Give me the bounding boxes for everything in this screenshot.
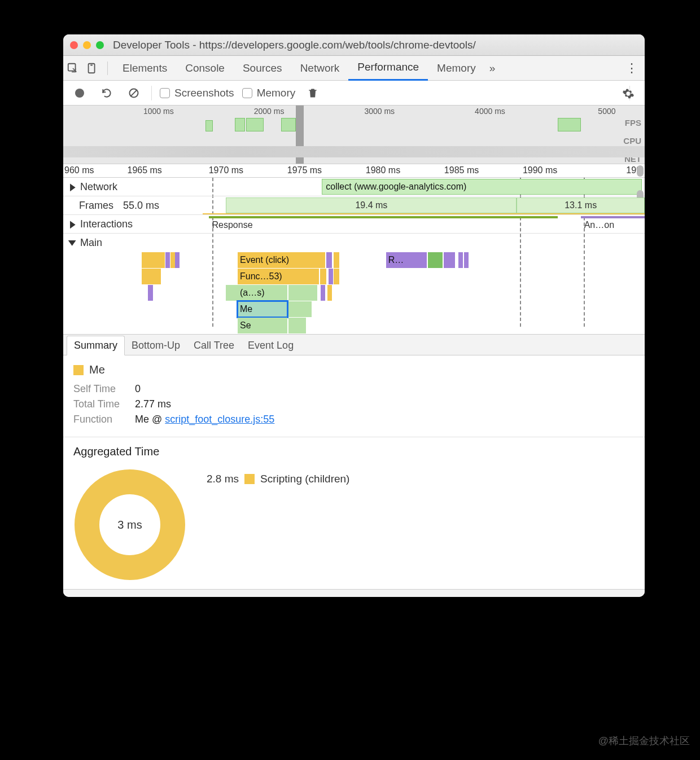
reload-icon[interactable] [97, 84, 116, 103]
summary-function: Me @ script_foot_closure.js:55 [135, 414, 274, 425]
minimize-icon[interactable] [83, 41, 91, 49]
svg-point-3 [75, 89, 84, 98]
flame-bar[interactable] [444, 252, 456, 268]
performance-toolbar: Screenshots Memory [63, 81, 645, 106]
aggregated-time-panel: Aggregated Time 3 ms 2.8 ms Scripting (c… [63, 437, 645, 589]
flame-bar[interactable] [334, 252, 339, 268]
flame-bar[interactable]: Se [238, 318, 287, 333]
donut-chart: 3 ms [73, 468, 186, 581]
scrollbar-thumb[interactable] [637, 165, 644, 177]
tab-memory[interactable]: Memory [428, 56, 485, 81]
flame-bar[interactable]: (a…s) [238, 285, 287, 301]
flame-bar[interactable]: Event (click) [238, 252, 325, 268]
overview-lane-fps: FPS [625, 118, 641, 128]
flame-bar[interactable] [327, 285, 332, 301]
disclosure-down-icon[interactable]: ▶ [67, 240, 79, 246]
ruler-tick: 1970 ms [209, 165, 243, 175]
kebab-menu-icon[interactable]: ⋮ [623, 56, 640, 81]
overview-tick: 5000 [598, 107, 615, 116]
flame-bar[interactable] [288, 301, 312, 317]
flame-bar[interactable] [175, 252, 180, 268]
flame-bar[interactable] [428, 252, 443, 268]
track-main[interactable]: ▶Main [63, 234, 645, 252]
flame-bar[interactable]: R… [386, 252, 427, 268]
memory-checkbox[interactable]: Memory [242, 87, 296, 99]
tab-call-tree[interactable]: Call Tree [187, 336, 241, 355]
flame-chart[interactable]: Event (click)R…Func…53)(a…s)MeSe [63, 252, 645, 334]
fps-bar [558, 118, 581, 131]
screenshots-checkbox[interactable]: Screenshots [160, 87, 234, 99]
device-toggle-icon[interactable] [82, 59, 102, 78]
flame-bar[interactable] [320, 269, 326, 284]
tabs-overflow[interactable]: » [485, 56, 500, 81]
flame-bar[interactable] [334, 269, 339, 284]
fps-bar [235, 118, 246, 131]
clear-icon[interactable] [124, 84, 143, 103]
tab-event-log[interactable]: Event Log [241, 336, 300, 355]
overview-tick: 2000 ms [254, 107, 285, 116]
legend-swatch-icon [244, 474, 255, 484]
watermark: @稀土掘金技术社区 [598, 734, 690, 748]
flame-bar[interactable] [329, 269, 333, 284]
fps-bar [246, 118, 264, 131]
window-title: Developer Tools - https://developers.goo… [113, 39, 476, 51]
tab-performance[interactable]: Performance [348, 56, 428, 81]
time-ruler[interactable]: 960 ms 1965 ms 1970 ms 1975 ms 1980 ms 1… [63, 164, 645, 178]
ruler-tick: 960 ms [64, 165, 94, 175]
tab-elements[interactable]: Elements [113, 56, 176, 81]
inspect-icon[interactable] [63, 59, 82, 78]
panel-tabs: Elements Console Sources Network Perform… [63, 56, 645, 81]
track-interactions[interactable]: ▶Interactions Response An…on [63, 215, 645, 234]
devtools-window: Developer Tools - https://developers.goo… [63, 34, 645, 597]
tab-console[interactable]: Console [176, 56, 234, 81]
tab-sources[interactable]: Sources [234, 56, 291, 81]
flame-row: Me [63, 301, 645, 318]
zoom-icon[interactable] [96, 41, 104, 49]
flame-bar[interactable] [288, 318, 306, 333]
summary-key: Total Time [73, 398, 127, 410]
tab-summary[interactable]: Summary [67, 336, 125, 355]
trash-icon[interactable] [303, 84, 322, 103]
network-bar[interactable]: collect (www.google-analytics.com) [322, 179, 642, 195]
frame-bar[interactable]: 13.1 ms [517, 197, 645, 213]
flame-bar[interactable] [142, 269, 161, 284]
ruler-tick: 1990 ms [523, 165, 557, 175]
overview-lane-cpu: CPU [623, 136, 641, 146]
interaction-bar[interactable]: Response [209, 216, 558, 232]
gear-icon[interactable] [619, 84, 638, 103]
donut-center-label: 3 ms [73, 468, 186, 581]
summary-key: Self Time [73, 383, 127, 395]
separator [107, 61, 108, 75]
ruler-tick: 1980 ms [366, 165, 400, 175]
flame-bar[interactable] [165, 252, 170, 268]
flame-bar[interactable] [321, 285, 325, 301]
record-icon[interactable] [70, 84, 89, 103]
flame-bar[interactable] [148, 285, 152, 301]
source-link[interactable]: script_foot_closure.js:55 [165, 414, 274, 425]
tab-network[interactable]: Network [291, 56, 349, 81]
flame-bar[interactable]: Func…53) [238, 269, 319, 284]
ruler-tick: 1975 ms [287, 165, 322, 175]
tab-bottom-up[interactable]: Bottom-Up [125, 336, 187, 355]
close-icon[interactable] [70, 41, 78, 49]
summary-title: Me [73, 363, 635, 376]
interaction-bar[interactable]: An…on [581, 216, 645, 232]
flame-bar[interactable] [226, 285, 238, 301]
flame-bar[interactable] [142, 252, 165, 268]
flame-bar[interactable]: Me [238, 301, 287, 317]
track-network[interactable]: ▶Network collect (www.google-analytics.c… [63, 178, 645, 196]
tracks-panel: ▶Network collect (www.google-analytics.c… [63, 178, 645, 334]
donut-legend: 2.8 ms Scripting (children) [207, 473, 349, 485]
flame-bar[interactable] [326, 252, 332, 268]
overview-timeline[interactable]: 1000 ms 2000 ms 3000 ms 4000 ms 5000 FPS… [63, 106, 645, 164]
track-frames[interactable]: Frames 55.0 ms 19.4 ms 13.1 ms [63, 196, 645, 215]
flame-row: (a…s) [63, 285, 645, 301]
flame-bar[interactable] [458, 252, 463, 268]
flame-row: Event (click)R… [63, 252, 645, 269]
summary-value: 0 [135, 383, 141, 395]
flame-row: Se [63, 318, 645, 334]
frame-bar[interactable]: 19.4 ms [226, 197, 517, 213]
flame-bar[interactable] [288, 285, 318, 301]
flame-bar[interactable] [464, 252, 469, 268]
flame-bar[interactable] [170, 252, 175, 268]
